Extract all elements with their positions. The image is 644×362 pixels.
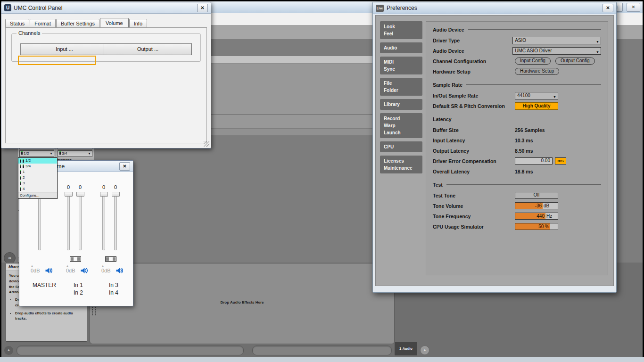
slider-value: 0 xyxy=(111,184,120,190)
slider-thumb[interactable] xyxy=(112,192,120,197)
channel-name: MASTER xyxy=(28,281,61,289)
tab-look-feel[interactable]: Look Feel xyxy=(380,21,422,39)
driver-type-label: Driver Type xyxy=(433,38,512,43)
dropdown-arrow-icon: ▼ xyxy=(596,39,599,45)
tab-audio[interactable]: Audio xyxy=(380,42,422,53)
slider-thumb[interactable] xyxy=(76,192,84,197)
slider-track[interactable] xyxy=(79,192,82,250)
tab-status[interactable]: Status xyxy=(5,19,29,27)
device-chain-tab[interactable]: 1-Audio xyxy=(395,342,417,355)
dropdown-item-2[interactable]: 2 xyxy=(18,175,57,181)
speaker-icon[interactable] xyxy=(116,267,124,274)
stereo-meter-icon xyxy=(23,165,24,168)
tone-frequency-slider[interactable]: 440 Hz xyxy=(515,213,558,220)
in2-slider[interactable]: 0 xyxy=(76,184,84,250)
status-strip-right xyxy=(252,346,392,355)
tab-volume[interactable]: Volume xyxy=(100,18,129,28)
window-title: Preferences xyxy=(387,5,600,11)
speaker-icon[interactable] xyxy=(80,267,88,274)
track2-input-channel-dropdown[interactable]: 3/4▼ xyxy=(58,150,92,157)
dropdown-item-1[interactable]: 1 xyxy=(18,169,57,175)
cpu-usage-slider[interactable]: 50 % xyxy=(515,223,558,230)
stereo-meter-icon xyxy=(20,159,21,163)
high-quality-button[interactable]: High Quality xyxy=(515,102,558,110)
preferences-body: Look Feel Audio MIDI Sync File Folder Li… xyxy=(375,15,614,286)
umc-tab-bar: Status Format Buffer Settings Volume Inf… xyxy=(5,18,148,27)
input-channel-dropdown-list: 1/2 3/4 1 2 3 4 Configure... xyxy=(18,157,58,199)
close-icon[interactable]: ✕ xyxy=(603,4,613,12)
in4-slider[interactable]: 0 xyxy=(111,184,120,250)
preferences-window: Live Preferences ✕ Look Feel Audio MIDI … xyxy=(372,2,617,293)
slider-unit: dB xyxy=(544,203,549,209)
input-latency-value: 10.3 ms xyxy=(515,138,533,143)
window-bottom-border xyxy=(0,357,644,362)
resize-grip[interactable] xyxy=(204,141,209,147)
sample-rate-dropdown[interactable]: 44100▼ xyxy=(515,92,558,99)
in34-db-row: ▲0dB xyxy=(101,267,124,274)
output-button[interactable]: Output ... xyxy=(104,43,192,55)
buffer-size-value: 256 Samples xyxy=(515,127,545,133)
dropdown-item-configure[interactable]: Configure... xyxy=(18,192,57,198)
tab-buffer-settings[interactable]: Buffer Settings xyxy=(56,19,99,27)
slider-value: 0 xyxy=(64,184,73,190)
speaker-icon[interactable] xyxy=(45,267,53,274)
dropdown-item-3-4[interactable]: 3/4 xyxy=(18,164,57,169)
output-latency-value: 8.50 ms xyxy=(515,148,533,154)
tab-midi-sync[interactable]: MIDI Sync xyxy=(380,57,422,74)
dropdown-arrow-icon: ▼ xyxy=(88,151,91,156)
umc-logo-icon: U xyxy=(4,4,11,11)
db-value[interactable]: ▲0dB xyxy=(66,268,75,273)
dropdown-item-3[interactable]: 3 xyxy=(18,181,57,186)
section-test: Test xyxy=(433,181,601,188)
close-icon[interactable]: ✕ xyxy=(197,4,208,12)
close-button[interactable]: ✕ xyxy=(627,3,640,12)
slider-thumb[interactable] xyxy=(100,192,108,197)
tab-record-warp-launch[interactable]: Record Warp Launch xyxy=(380,113,422,138)
db-value[interactable]: ▲0dB xyxy=(31,268,40,273)
preferences-titlebar[interactable]: Live Preferences ✕ xyxy=(373,2,616,14)
input-button[interactable]: Input ... xyxy=(20,43,108,55)
slider-fill: 440 xyxy=(515,213,545,219)
slider-track[interactable] xyxy=(114,192,117,250)
channel-configuration-label: Channel Configuration xyxy=(433,58,515,64)
input-latency-label: Input Latency xyxy=(433,138,515,143)
link-channels-icon[interactable] xyxy=(105,256,116,262)
tab-info[interactable]: Info xyxy=(129,19,147,27)
umc-titlebar[interactable]: U UMC Control Panel ✕ xyxy=(1,2,211,14)
slider-track[interactable] xyxy=(67,192,70,250)
tab-cpu[interactable]: CPU xyxy=(380,141,422,152)
tab-format[interactable]: Format xyxy=(30,19,56,27)
preferences-sidebar: Look Feel Audio MIDI Sync File Folder Li… xyxy=(380,21,422,177)
input-config-button[interactable]: Input Config xyxy=(515,58,551,65)
slider-thumb[interactable] xyxy=(65,192,73,197)
audio-device-dropdown[interactable]: UMC ASIO Driver▼ xyxy=(512,47,601,55)
link-channels-icon[interactable] xyxy=(70,256,81,262)
close-icon[interactable]: ✕ xyxy=(119,162,130,171)
live-logo-icon: Live xyxy=(376,5,384,12)
db-value[interactable]: ▲0dB xyxy=(101,268,111,273)
hardware-setup-button[interactable]: Hardware Setup xyxy=(515,68,559,75)
output-config-button[interactable]: Output Config xyxy=(555,58,595,65)
compensation-field[interactable]: 0.00 xyxy=(515,157,553,165)
mono-meter-icon xyxy=(20,170,21,174)
slider-track[interactable] xyxy=(38,192,41,250)
show-hide-icon[interactable]: ▲ xyxy=(4,346,13,355)
tab-library[interactable]: Library xyxy=(380,99,422,110)
dropdown-item-1-2[interactable]: 1/2 xyxy=(18,158,57,164)
in3-slider[interactable]: 0 xyxy=(99,184,108,250)
slider-unit: Hz xyxy=(546,213,552,219)
meter-icon xyxy=(21,151,23,155)
slider-track[interactable] xyxy=(102,192,105,250)
test-tone-button[interactable]: Off xyxy=(515,192,558,199)
audio-device-label: Audio Device xyxy=(433,48,512,54)
tone-volume-label: Tone Volume xyxy=(433,203,515,209)
dropdown-item-4[interactable]: 4 xyxy=(18,186,57,192)
device-drop-area[interactable]: Drop Audio Effects Here xyxy=(90,263,395,344)
tab-file-folder[interactable]: File Folder xyxy=(380,78,422,96)
in1-slider[interactable]: 0 xyxy=(64,184,73,250)
tab-licenses-maintenance[interactable]: Licenses Maintenance xyxy=(380,156,422,173)
show-hide-icon[interactable]: ▲ xyxy=(420,346,429,355)
tone-volume-slider[interactable]: -36 dB xyxy=(515,202,558,209)
driver-type-dropdown[interactable]: ASIO▼ xyxy=(512,37,601,44)
track1-input-channel-dropdown[interactable]: 1/2▼ xyxy=(19,150,54,157)
